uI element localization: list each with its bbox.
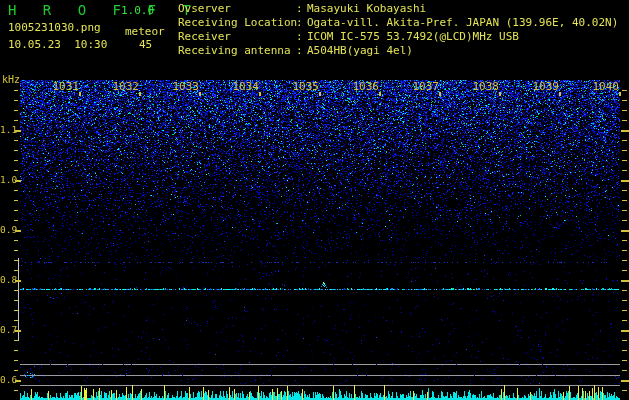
station-row-separator: : <box>296 2 307 16</box>
time-axis-label: 1034 <box>229 80 259 93</box>
time-axis-label: 1036 <box>349 80 379 93</box>
station-row: Receiving Location:Ogata-vill. Akita-Pre… <box>178 16 618 30</box>
time-axis-label: 1033 <box>169 80 199 93</box>
hrofft-screen: H R O F F T 1.0.0 1005231030.png meteor … <box>0 0 629 400</box>
freq-axis-label: 0.6 <box>0 374 14 385</box>
station-row-separator: : <box>296 44 307 58</box>
station-row-value: Masayuki Kobayashi <box>307 2 426 16</box>
echo-count: 45 <box>139 38 152 51</box>
time-axis-label: 1037 <box>409 80 439 93</box>
station-row-value: A504HB(yagi 4el) <box>307 44 413 58</box>
freq-axis-label: 1.1 <box>0 124 14 135</box>
app-version: 1.0.0 <box>121 4 154 17</box>
mode-label: meteor <box>125 25 165 38</box>
station-row-separator: : <box>296 16 307 30</box>
freq-axis-label: 0.8 <box>0 274 14 285</box>
station-row-value: ICOM IC-575 53.7492(@LCD)MHz USB <box>307 30 519 44</box>
time-axis-label: 1032 <box>109 80 139 93</box>
freq-axis-label: 0.7 <box>0 324 14 335</box>
station-info: Ovserver:Masayuki KobayashiReceiving Loc… <box>178 2 618 58</box>
station-row-label: Receiving antenna <box>178 44 296 58</box>
freq-axis-label: 0.9 <box>0 224 14 235</box>
station-row-value: Ogata-vill. Akita-Pref. JAPAN (139.96E, … <box>307 16 618 30</box>
station-row-label: Receiver <box>178 30 296 44</box>
time-axis-label: 1040 <box>589 80 619 93</box>
freq-axis-unit: kHz <box>2 74 20 85</box>
time-axis-label: 1035 <box>289 80 319 93</box>
station-row: Receiving antenna:A504HB(yagi 4el) <box>178 44 618 58</box>
station-row-label: Receiving Location <box>178 16 296 30</box>
station-row-label: Ovserver <box>178 2 296 16</box>
spectrogram-canvas <box>0 0 629 400</box>
time-axis-label: 1038 <box>469 80 499 93</box>
freq-axis-label: 1.0 <box>0 174 14 185</box>
station-row: Receiver:ICOM IC-575 53.7492(@LCD)MHz US… <box>178 30 618 44</box>
station-row-separator: : <box>296 30 307 44</box>
capture-filename: 1005231030.png <box>8 21 101 34</box>
app-title: H R O F F T <box>8 2 200 18</box>
time-axis-label: 1039 <box>529 80 559 93</box>
station-row: Ovserver:Masayuki Kobayashi <box>178 2 618 16</box>
time-axis-label: 1031 <box>49 80 79 93</box>
capture-datetime: 10.05.23 10:30 <box>8 38 107 51</box>
